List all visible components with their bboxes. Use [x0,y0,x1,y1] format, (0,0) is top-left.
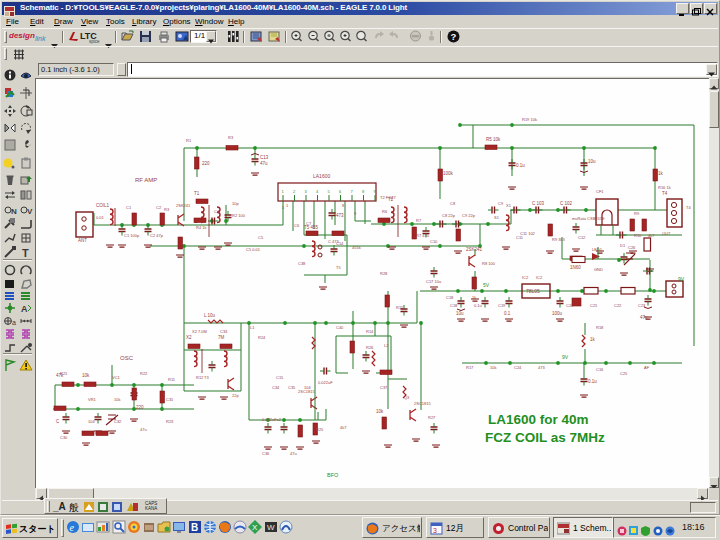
svg-text:C 102: C 102 [560,201,573,206]
svg-text:Q3: Q3 [404,395,410,400]
svg-text:7M: 7M [218,335,225,340]
svg-text:L1: L1 [250,325,255,330]
svg-text:47u: 47u [260,161,268,166]
svg-text:C4: C4 [214,209,220,214]
svg-text:455k: 455k [352,245,361,250]
svg-text:C38: C38 [298,261,306,266]
svg-text:C20: C20 [566,303,574,308]
svg-text:C8 22p: C8 22p [442,213,456,218]
svg-text:10u: 10u [456,311,464,316]
svg-text:a: a [12,319,16,326]
svg-text:C 473: C 473 [328,239,339,244]
svg-text:C24: C24 [514,365,522,370]
svg-text:1k: 1k [658,171,664,176]
svg-text:C12: C12 [578,235,586,240]
svg-text:VC1: VC1 [112,375,121,380]
svg-text:muRata CSB455E: muRata CSB455E [572,216,605,221]
svg-text:R7: R7 [416,218,422,223]
svg-text:R18: R18 [596,325,604,330]
svg-text:C9: C9 [498,201,504,206]
svg-text:spice: spice [89,39,100,44]
svg-text:C37: C37 [380,385,388,390]
svg-text:C22: C22 [614,303,622,308]
svg-text:9: 9 [354,211,357,216]
svg-text:1k: 1k [590,337,596,342]
svg-text:10u: 10u [588,159,596,164]
svg-text:R22: R22 [140,371,148,376]
svg-text:X1: X1 [506,203,512,208]
svg-text:R7 470: R7 470 [416,233,430,238]
svg-text:R4 1k: R4 1k [196,225,206,230]
svg-text:T4: T4 [662,191,668,196]
svg-text:C6: C6 [294,223,300,228]
svg-text:A: A [21,304,28,314]
svg-text:C2: C2 [156,205,162,210]
svg-text:LED1: LED1 [592,247,603,252]
svg-text:X: X [252,523,258,532]
svg-text:C40: C40 [336,325,344,330]
svg-text:R17: R17 [466,365,474,370]
svg-text:IC2: IC2 [522,275,529,280]
svg-text:B: B [191,522,198,533]
svg-text:100u: 100u [552,311,563,316]
svg-text:C: C [56,419,60,424]
svg-text:BFO: BFO [327,472,339,478]
svg-text:R8 100: R8 100 [482,261,496,266]
svg-text:C18: C18 [450,303,458,308]
svg-text:T: T [22,247,29,259]
svg-text:T3: T3 [204,375,209,380]
svg-text:C2 47p: C2 47p [150,233,164,238]
svg-text:C 103: C 103 [532,201,545,206]
svg-text:T4: T4 [686,205,691,210]
svg-text:T1: T1 [194,191,200,196]
svg-text:4k7: 4k7 [340,425,347,430]
svg-text:AF: AF [644,365,650,370]
svg-text:C31: C31 [166,397,174,402]
svg-text:R14: R14 [366,329,374,334]
svg-text:R3: R3 [164,207,170,212]
svg-text:0.022uFx2: 0.022uFx2 [262,417,282,422]
svg-text:473: 473 [336,213,344,218]
svg-text:4k7: 4k7 [648,233,655,238]
svg-text:VR1: VR1 [88,397,97,402]
svg-text:0.1u: 0.1u [588,379,597,384]
svg-text:78L05: 78L05 [526,288,540,294]
svg-text:T5: T5 [336,265,341,270]
svg-text:COIL1: COIL1 [96,203,110,208]
svg-text:10k: 10k [114,397,120,402]
svg-text:104: 104 [88,419,95,424]
svg-text:C1: C1 [126,205,132,210]
svg-text:10k: 10k [490,365,496,370]
svg-text:C32: C32 [114,419,122,424]
svg-text:X2: X2 [186,335,192,340]
svg-text:C10: C10 [430,239,438,244]
svg-text:LA1600 for 40m: LA1600 for 40m [488,412,589,427]
svg-text:C1 100p: C1 100p [124,233,140,238]
svg-text:R11: R11 [168,377,176,382]
svg-text:2SK241: 2SK241 [176,203,191,208]
svg-text:GND: GND [594,267,603,272]
svg-text:R19 10k: R19 10k [522,117,537,122]
svg-text:22p: 22p [232,393,239,398]
svg-text:R23: R23 [166,419,174,424]
svg-text:C19: C19 [498,303,506,308]
svg-text:R26: R26 [366,345,374,350]
svg-text:R9: R9 [634,211,640,216]
svg-text:D1: D1 [620,243,626,248]
svg-text:R16 1k: R16 1k [658,185,671,190]
svg-text:C13: C13 [260,155,269,160]
svg-text:L 10u: L 10u [204,313,216,318]
svg-text:C9 22p: C9 22p [462,213,476,218]
svg-text:9V: 9V [678,276,685,282]
svg-text:C16: C16 [596,367,604,372]
svg-text:V: V [27,207,33,216]
svg-text:3: 3 [433,527,437,534]
svg-text:RF AMP: RF AMP [135,177,157,183]
svg-text:47u: 47u [640,315,648,320]
svg-text:0.1u: 0.1u [516,163,525,168]
svg-text:ANT: ANT [78,238,87,243]
svg-text:e: e [70,522,75,533]
svg-text:?: ? [451,31,457,42]
svg-text:C36: C36 [262,451,270,456]
svg-text:S1: S1 [494,215,500,220]
